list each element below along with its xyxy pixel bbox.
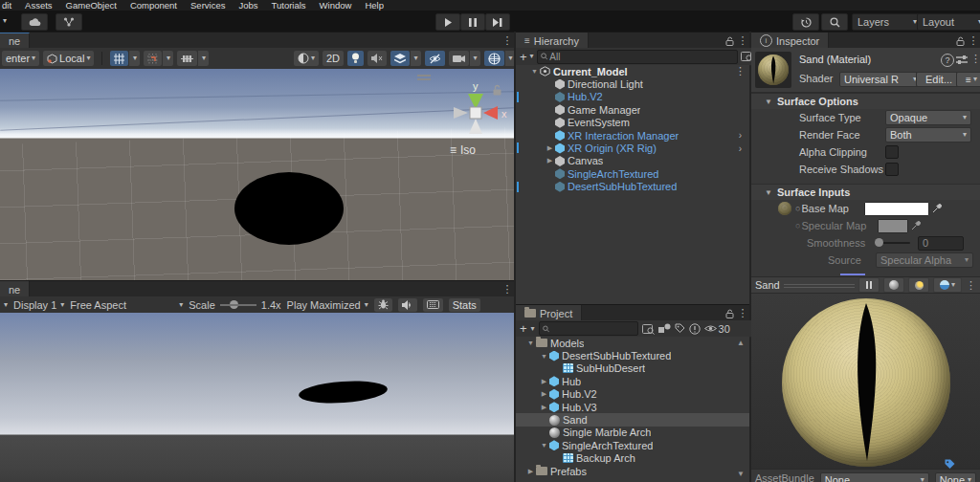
hidden-count-toggle[interactable]: 30 <box>704 323 730 335</box>
project-item[interactable]: Single Marble Arch <box>516 427 749 439</box>
smoothness-slider[interactable] <box>876 242 910 244</box>
tab-hierarchy[interactable]: ≡ Hierarchy <box>516 33 589 49</box>
preview-light-button[interactable] <box>908 277 929 293</box>
project-lock-icon[interactable] <box>723 305 736 321</box>
debug-button[interactable] <box>374 298 392 312</box>
eyedropper-icon[interactable] <box>932 204 942 213</box>
specular-map-swatch[interactable] <box>878 219 908 233</box>
tool-handle-rotation-dropdown[interactable]: Local▾ <box>43 51 94 66</box>
mute-audio-button[interactable] <box>398 298 417 312</box>
layout-dropdown[interactable]: Layout▾ <box>917 13 980 31</box>
expander-icon[interactable]: ▶ <box>545 144 555 152</box>
move-snap-caret[interactable]: ▾ <box>198 51 209 66</box>
eyedropper-icon[interactable] <box>911 221 921 230</box>
project-item[interactable]: ▼SingleArchTextured <box>516 439 749 451</box>
expander-icon[interactable]: ▶ <box>539 378 549 385</box>
search-button[interactable] <box>821 13 848 31</box>
scale-slider[interactable] <box>220 304 256 306</box>
receive-shadows-checkbox[interactable] <box>885 163 899 176</box>
gizmo-lock-icon[interactable] <box>492 84 502 96</box>
snap-options-caret[interactable]: ▾ <box>163 51 173 66</box>
surface-type-dropdown[interactable]: Opaque▾ <box>885 110 971 125</box>
preview-pause-button[interactable] <box>858 277 880 293</box>
expander-icon[interactable]: ▼ <box>539 353 549 360</box>
create-asset-caret[interactable]: ▾ <box>531 325 535 333</box>
play-maximized-dropdown[interactable]: Play Maximized▾ <box>287 299 368 311</box>
hierarchy-search[interactable] <box>537 50 738 64</box>
undo-history-button[interactable] <box>792 13 819 31</box>
pause-button[interactable] <box>460 13 485 31</box>
preview-header[interactable]: Sand ▾ ⋮ <box>751 276 980 294</box>
scene-black-ellipse-object[interactable] <box>234 172 344 245</box>
project-item[interactable]: ▼Models <box>516 337 749 349</box>
display-target-caret[interactable]: ▾ <box>4 301 8 309</box>
tab-game[interactable]: ne <box>0 281 30 297</box>
scene-camera-button[interactable] <box>449 51 469 66</box>
preview-environment-button[interactable]: ▾ <box>933 277 962 293</box>
texture-selector-icon[interactable]: ○ <box>795 221 800 230</box>
add-object-button[interactable]: + <box>520 51 527 63</box>
shader-dropdown[interactable]: Universal R▾ <box>839 72 922 87</box>
snap-increment-button[interactable] <box>144 51 162 66</box>
step-button[interactable] <box>485 13 510 31</box>
hierarchy-menu-kebab[interactable]: ⋮ <box>736 33 749 49</box>
gizmos-toggle-button[interactable] <box>484 51 504 66</box>
scene-viewport[interactable]: y x ≡ Iso <box>0 69 514 280</box>
play-button[interactable] <box>435 13 460 31</box>
camera-options-caret[interactable]: ▾ <box>470 51 480 66</box>
game-viewport[interactable] <box>0 313 514 482</box>
scene-menu-kebab[interactable]: ⋮ <box>501 33 514 49</box>
grid-options-caret[interactable]: ▾ <box>129 51 140 66</box>
account-dropdown[interactable]: ▾ <box>3 13 16 29</box>
create-asset-button[interactable]: + <box>520 322 527 335</box>
perspective-toggle[interactable]: ≡ Iso <box>450 143 476 157</box>
expander-icon[interactable]: ▼ <box>529 68 540 75</box>
project-item[interactable]: ▶Hub.V3 <box>516 401 749 413</box>
preview-kebab[interactable]: ⋮ <box>966 279 976 292</box>
children-chevron[interactable]: › <box>739 130 742 141</box>
grid-visibility-button[interactable] <box>110 51 128 66</box>
menu-item-assets[interactable]: Assets <box>25 0 53 11</box>
project-search-input[interactable] <box>551 323 635 334</box>
project-item[interactable]: ▶Prefabs <box>516 465 749 477</box>
project-scroll-up[interactable]: ▲ <box>737 339 745 347</box>
layers-dropdown[interactable]: Layers▾ <box>852 13 923 31</box>
project-item[interactable]: ▼DesertSubHubTextured <box>516 349 749 362</box>
scene-lighting-button[interactable] <box>347 51 364 66</box>
assetbundle-variant-dropdown[interactable]: None▾ <box>935 472 976 482</box>
source-dropdown[interactable]: Specular Alpha▾ <box>876 252 973 268</box>
shader-list-button[interactable]: ≡▾ <box>956 72 980 87</box>
hierarchy-item[interactable]: Hub.V2 <box>516 91 749 103</box>
surface-options-header[interactable]: ▼ Surface Options <box>751 93 980 109</box>
inspector-lock-icon[interactable] <box>953 33 967 49</box>
stats-button[interactable]: Stats <box>449 298 480 312</box>
hierarchy-search-input[interactable] <box>549 52 734 62</box>
render-face-dropdown[interactable]: Both▾ <box>885 127 971 142</box>
preview-drag-handle[interactable] <box>784 283 855 288</box>
hierarchy-lock-icon[interactable] <box>723 33 736 49</box>
scene-item-kebab[interactable]: ⋮ <box>735 65 746 77</box>
tab-project[interactable]: Project <box>516 305 582 321</box>
overlay-handle-icon[interactable] <box>417 75 431 80</box>
menu-item-tutorials[interactable]: Tutorials <box>272 0 306 11</box>
expander-icon[interactable]: ▼ <box>539 442 549 449</box>
assetbundle-dropdown[interactable]: None▾ <box>820 472 929 482</box>
tool-handle-position-dropdown[interactable]: enter▾ <box>2 51 39 66</box>
expander-icon[interactable]: ▶ <box>539 390 549 398</box>
draw-mode-dropdown[interactable]: ▾ <box>294 51 319 66</box>
cloud-button[interactable] <box>21 13 48 31</box>
project-item[interactable]: ▶Hub <box>516 375 749 387</box>
project-item[interactable]: ▶Hub.V2 <box>516 388 749 401</box>
hierarchy-item[interactable]: Game Manager <box>516 103 749 116</box>
scene-visibility-button[interactable] <box>425 51 445 66</box>
expander-icon[interactable]: ▼ <box>525 340 536 346</box>
hierarchy-item[interactable]: SingleArchTextured <box>516 167 749 180</box>
menu-item-window[interactable]: Window <box>320 0 352 11</box>
project-item[interactable]: SubHubDesert <box>516 362 749 375</box>
hierarchy-item[interactable]: ▶XR Origin (XR Rig)› <box>516 142 749 154</box>
alpha-clipping-checkbox[interactable] <box>885 145 899 159</box>
material-preview[interactable] <box>751 294 980 469</box>
hierarchy-item[interactable]: ▼Current_Model⋮ <box>516 65 749 77</box>
menu-item-gameobject[interactable]: GameObject <box>66 0 117 11</box>
scene-audio-button[interactable] <box>368 51 387 66</box>
